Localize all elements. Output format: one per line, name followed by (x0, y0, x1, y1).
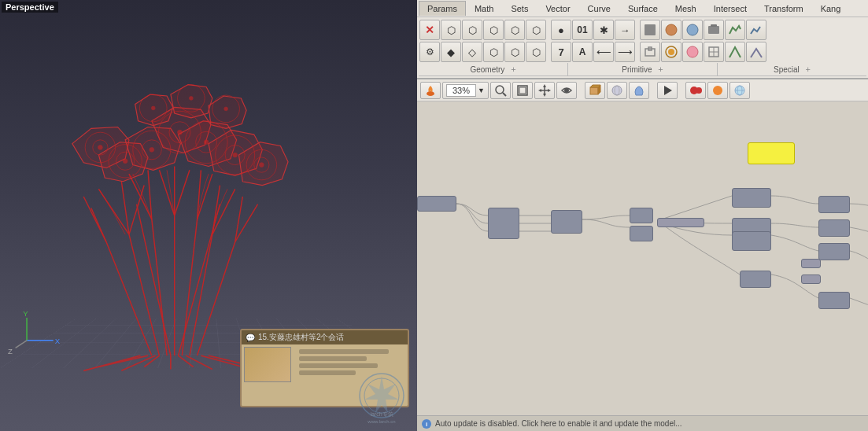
tab-vector[interactable]: Vector (537, 1, 578, 16)
tb-spec4-btn[interactable] (704, 20, 724, 40)
svg-line-69 (83, 355, 140, 370)
status-icon: i (421, 418, 432, 429)
zoom-fit-btn[interactable] (490, 82, 511, 99)
tb-hex5-btn[interactable]: ⬡ (526, 20, 546, 40)
node-r-1[interactable] (818, 196, 850, 213)
tab-params[interactable]: Params (419, 1, 466, 16)
tb-spec1-btn[interactable] (640, 20, 660, 40)
tb-arr-btn[interactable]: → (615, 20, 635, 40)
box-btn[interactable] (585, 82, 605, 99)
tb-spec5-btn[interactable] (725, 20, 745, 40)
node-left-1[interactable] (488, 208, 519, 239)
tab-intersect[interactable]: Intersect (705, 1, 755, 16)
svg-point-59 (151, 106, 155, 110)
tb-r2-7[interactable]: 7 (551, 42, 571, 62)
tb-r2-5[interactable]: ⬡ (504, 42, 525, 62)
fire-btn[interactable] (420, 82, 441, 99)
tb-num-btn[interactable]: 01 (572, 20, 593, 40)
tb-spec6-btn[interactable] (746, 20, 766, 40)
svg-text:Y: Y (23, 309, 28, 318)
tb-r2-12[interactable] (661, 42, 681, 62)
svg-point-55 (178, 130, 183, 134)
orange-btn[interactable] (707, 82, 728, 99)
node-r-4[interactable] (818, 292, 850, 309)
svg-rect-99 (519, 87, 526, 94)
toolbar-row2: ⚙ ◆ ◇ ⬡ ⬡ ⬡ 7 A ⟵ ⟶ (419, 41, 866, 63)
node-yellow[interactable] (748, 142, 795, 164)
tb-r2-10[interactable]: ⟶ (615, 42, 635, 62)
svg-line-73 (16, 341, 27, 348)
tb-r2-6[interactable]: ⬡ (526, 42, 546, 62)
tb-hex1-btn[interactable]: ⬡ (441, 20, 461, 40)
record-btn[interactable] (685, 82, 706, 99)
node-left-2[interactable] (551, 210, 582, 234)
viewport-canvas[interactable]: X Y Z 💬 15.安藤忠雄村等2个会话 (0, 0, 417, 431)
node-cl-2[interactable] (630, 226, 653, 241)
tb-r2-3[interactable]: ◇ (462, 42, 482, 62)
svg-point-114 (696, 87, 702, 94)
tb-r2-16[interactable] (746, 42, 766, 62)
tb-r2-15[interactable] (725, 42, 745, 62)
svg-line-16 (175, 170, 190, 216)
tb-r2-8[interactable]: A (572, 42, 593, 62)
status-text[interactable]: Auto update is disabled. Click here to e… (435, 419, 682, 428)
thumbnail-title: 💬 15.安藤忠雄村等2个会话 (242, 330, 408, 344)
tab-math[interactable]: Math (466, 1, 502, 16)
eye-btn[interactable] (556, 82, 577, 99)
toolbar-row1: ✕ ⬡ ⬡ ⬡ ⬡ ⬡ ● 01 ✱ → (419, 19, 866, 41)
tb-r2-14[interactable] (704, 42, 724, 62)
tb-spec3-btn[interactable] (682, 20, 703, 40)
tab-curve[interactable]: Curve (579, 1, 619, 16)
tab-surface[interactable]: Surface (619, 1, 667, 16)
tb-hex4-btn[interactable]: ⬡ (504, 20, 525, 40)
tb-prim3-btn[interactable]: ✱ (593, 20, 614, 40)
tab-transform[interactable]: Transform (755, 1, 812, 16)
tb-hex3-btn[interactable]: ⬡ (483, 20, 504, 40)
tb-r2-13[interactable] (682, 42, 703, 62)
svg-text:larch专筑: larch专筑 (370, 411, 393, 418)
node-center-1[interactable] (732, 188, 771, 208)
node-cl-1[interactable] (630, 208, 653, 223)
tb-spec2-btn[interactable] (661, 20, 681, 40)
svg-line-65 (179, 355, 194, 367)
tb-r2-11[interactable] (640, 42, 660, 62)
node-r-3[interactable] (818, 243, 850, 260)
tab-mesh[interactable]: Mesh (667, 1, 705, 16)
special-add[interactable]: + (806, 64, 811, 74)
node-sm-1[interactable] (801, 259, 821, 268)
move-btn[interactable] (534, 82, 555, 99)
tb-r2-9[interactable]: ⟵ (593, 42, 614, 62)
node-center-4[interactable] (740, 271, 771, 288)
svg-marker-102 (543, 84, 546, 87)
section-labels: Geometry + Primitive + Special + (419, 63, 866, 76)
tb-prim1-btn[interactable]: ● (551, 20, 571, 40)
geometry-add[interactable]: + (511, 64, 515, 74)
svg-point-96 (496, 86, 504, 94)
node-r-2[interactable] (818, 219, 850, 237)
primitive-add[interactable]: + (658, 64, 663, 74)
node-input-1[interactable] (417, 196, 456, 212)
svg-marker-34 (209, 96, 246, 128)
tab-sets[interactable]: Sets (502, 1, 537, 16)
canvas-area[interactable] (417, 101, 868, 415)
node-center-3[interactable] (732, 231, 771, 251)
zoom-dropdown-icon[interactable]: ▼ (478, 87, 485, 94)
liquid-btn[interactable] (629, 82, 649, 99)
tb-hex2-btn[interactable]: ⬡ (462, 20, 482, 40)
node-sm-2[interactable] (801, 274, 821, 284)
frame-btn[interactable] (512, 82, 533, 99)
node-cl-3[interactable] (657, 218, 704, 227)
svg-text:i: i (426, 421, 427, 428)
svg-marker-79 (364, 376, 399, 413)
svg-line-6 (198, 242, 235, 355)
sphere-btn[interactable] (607, 82, 627, 99)
tab-kang[interactable]: Kang (812, 1, 850, 16)
tb-close-btn[interactable]: ✕ (419, 20, 440, 40)
play-btn[interactable] (657, 82, 678, 99)
tb-r2-2[interactable]: ◆ (441, 42, 461, 62)
globe-btn[interactable] (729, 82, 750, 99)
svg-marker-33 (171, 85, 212, 118)
svg-point-57 (233, 153, 238, 157)
tb-r2-1[interactable]: ⚙ (419, 42, 440, 62)
tb-r2-4[interactable]: ⬡ (483, 42, 504, 62)
